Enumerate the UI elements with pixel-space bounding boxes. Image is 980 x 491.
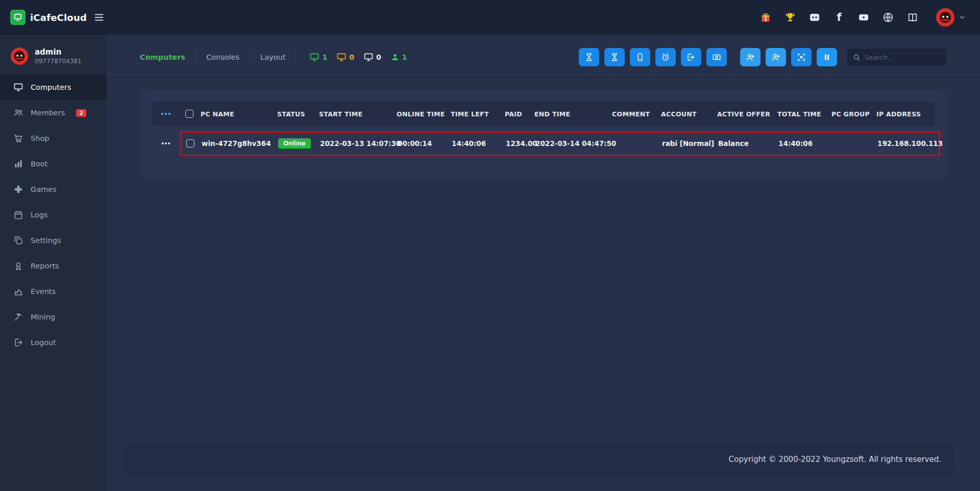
- sidebar: admin 097778704381 Computers Members 2 S…: [0, 35, 107, 491]
- sidebar-item-settings[interactable]: Settings: [0, 228, 107, 253]
- cell-total-time: 14:40:06: [778, 139, 832, 148]
- cell-end-time: 2022-03-14 04:47:50: [535, 139, 613, 148]
- busy-pc-count: 0: [349, 53, 354, 61]
- sidebar-item-label: Settings: [31, 236, 61, 244]
- sidebar-user-card: admin 097778704381: [0, 41, 107, 75]
- header-account[interactable]: ACCOUNT: [661, 110, 717, 118]
- sidebar-user-id: 097778704381: [35, 58, 82, 65]
- gamepad-icon: [13, 184, 23, 194]
- alarm-icon: [661, 53, 670, 62]
- mobile-button[interactable]: [630, 48, 650, 66]
- add-guest-button[interactable]: [766, 48, 786, 66]
- sidebar-item-label: Logs: [31, 211, 47, 219]
- sidebar-item-label: Members: [31, 109, 65, 117]
- members-online-count: 1: [402, 53, 407, 61]
- gift-icon[interactable]: [759, 11, 772, 24]
- topbar-actions: f: [759, 8, 980, 27]
- monitor-busy-icon: [336, 52, 347, 62]
- pickaxe-icon: [13, 312, 23, 322]
- sidebar-item-games[interactable]: Games: [0, 177, 107, 202]
- app-title: iCafeCloud: [30, 12, 87, 23]
- row-checkbox[interactable]: [186, 139, 194, 148]
- hourglass-button[interactable]: [579, 48, 599, 66]
- select-all-checkbox[interactable]: [185, 110, 193, 118]
- table-row[interactable]: win-4727g8hv364 Online 2022-03-13 14:07:…: [152, 131, 935, 156]
- book-icon[interactable]: [906, 11, 919, 24]
- app-logo-icon: [10, 10, 26, 25]
- bars-icon: [13, 159, 23, 169]
- sidebar-item-logs[interactable]: Logs: [0, 202, 107, 228]
- brand: iCafeCloud: [0, 10, 107, 25]
- sidebar-item-members[interactable]: Members 2: [0, 100, 107, 126]
- sidebar-item-label: Computers: [31, 83, 71, 91]
- menu-toggle-icon[interactable]: [93, 12, 105, 23]
- search-input[interactable]: [865, 54, 941, 61]
- hourglass-icon: [584, 53, 594, 62]
- offline-pc-counter: 0: [363, 52, 381, 62]
- cash-button[interactable]: [706, 48, 727, 66]
- mobile-icon: [635, 53, 645, 62]
- header-pc-group[interactable]: PC GROUP: [831, 110, 876, 118]
- sidebar-user-name: admin: [35, 47, 82, 57]
- members-count-badge: 2: [76, 109, 86, 117]
- header-comment[interactable]: COMMENT: [612, 110, 661, 118]
- sidebar-item-boot[interactable]: Boot: [0, 151, 107, 177]
- youtube-icon[interactable]: [857, 11, 870, 24]
- facebook-icon[interactable]: f: [832, 11, 846, 24]
- scan-button[interactable]: [791, 48, 812, 66]
- row-highlight: win-4727g8hv364 Online 2022-03-13 14:07:…: [180, 131, 940, 156]
- globe-icon[interactable]: [881, 11, 895, 24]
- add-member-button[interactable]: [740, 48, 761, 66]
- cell-online-time: 00:00:14: [398, 139, 452, 148]
- copyright-text: Copyright © 2000-2022 Youngzsoft. All ri…: [729, 455, 941, 464]
- sidebar-user-avatar: [10, 47, 29, 65]
- sidebar-item-logout[interactable]: Logout: [0, 330, 107, 355]
- header-menu-icon[interactable]: [152, 102, 180, 126]
- topbar: iCafeCloud f: [0, 0, 980, 35]
- pause-button[interactable]: [817, 48, 837, 66]
- alarm-button[interactable]: [655, 48, 676, 66]
- layers-icon: [13, 235, 23, 245]
- add-member-icon: [746, 53, 755, 62]
- table-header-row: PC NAME STATUS START TIME ONLINE TIME TI…: [152, 102, 935, 126]
- header-time-left[interactable]: TIME LEFT: [451, 110, 505, 118]
- cell-time-left: 14:40:06: [452, 139, 506, 148]
- events-icon: [13, 286, 23, 297]
- add-guest-icon: [771, 53, 780, 62]
- monitor-online-icon: [309, 52, 320, 62]
- header-status[interactable]: STATUS: [277, 110, 319, 118]
- user-menu[interactable]: [936, 8, 966, 27]
- trophy-icon[interactable]: [783, 11, 797, 24]
- discord-icon[interactable]: [808, 11, 821, 24]
- sidebar-item-computers[interactable]: Computers: [0, 75, 107, 100]
- sign-out-button[interactable]: [681, 48, 701, 66]
- sidebar-item-label: Mining: [31, 313, 55, 321]
- sidebar-item-reports[interactable]: Reports: [0, 253, 107, 279]
- sidebar-nav: Computers Members 2 Shop Boot Games L: [0, 75, 107, 355]
- footer: Copyright © 2000-2022 Youngzsoft. All ri…: [125, 443, 954, 476]
- header-paid[interactable]: PAID: [505, 110, 534, 118]
- view-tabs: Computers Consoles Layout: [139, 48, 296, 66]
- sidebar-item-events[interactable]: Events: [0, 279, 107, 304]
- tab-computers[interactable]: Computers: [139, 48, 196, 66]
- header-ip-address[interactable]: IP ADDRESS: [876, 110, 938, 118]
- cell-paid: 1234.00: [506, 139, 535, 148]
- header-online-time[interactable]: ONLINE TIME: [397, 110, 451, 118]
- scan-icon: [797, 53, 806, 62]
- header-total-time[interactable]: TOTAL TIME: [777, 110, 831, 118]
- header-start-time[interactable]: START TIME: [319, 110, 397, 118]
- sidebar-item-mining[interactable]: Mining: [0, 304, 107, 330]
- cash-icon: [712, 53, 721, 62]
- hourglass-add-button[interactable]: [604, 48, 625, 66]
- cell-pc-name: win-4727g8hv364: [202, 139, 278, 148]
- sidebar-item-label: Logout: [31, 338, 56, 347]
- tab-consoles[interactable]: Consoles: [196, 48, 250, 66]
- sidebar-item-label: Boot: [31, 160, 47, 168]
- online-pc-count: 1: [322, 53, 327, 61]
- header-active-offer[interactable]: ACTIVE OFFER: [717, 110, 777, 118]
- row-menu-icon[interactable]: [152, 131, 180, 156]
- header-end-time[interactable]: END TIME: [534, 110, 612, 118]
- header-pc-name[interactable]: PC NAME: [201, 110, 277, 118]
- tab-layout[interactable]: Layout: [250, 48, 296, 66]
- sidebar-item-shop[interactable]: Shop: [0, 126, 107, 151]
